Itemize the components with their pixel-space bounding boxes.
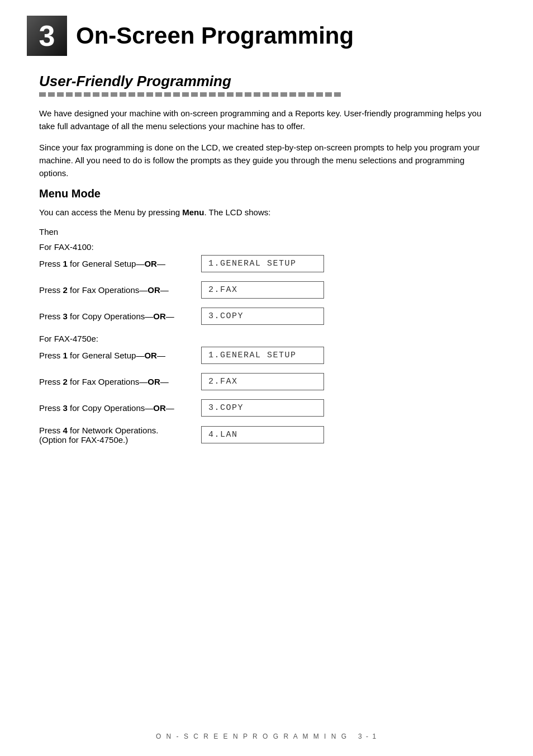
fax4100-row-3: Press 3 for Copy Operations—OR— 3.COPY [39, 308, 494, 325]
lcd-display-fax4750-2: 2.FAX [201, 373, 324, 390]
lcd-display-fax4750-3: 3.COPY [201, 399, 324, 417]
divider-sq [316, 92, 323, 97]
divider-sq [93, 92, 99, 97]
divider-sq [57, 92, 64, 97]
menu-mode-section: Menu Mode You can access the Menu by pre… [39, 187, 494, 444]
fax4100-label: For FAX-4100: [39, 242, 494, 252]
lcd-display-fax4100-2: 2.FAX [201, 281, 324, 299]
body-paragraph-1: We have designed your machine with on-sc… [39, 107, 494, 133]
divider-sq [102, 92, 108, 97]
divider-sq [325, 92, 332, 97]
divider-sq [111, 92, 117, 97]
divider-sq [182, 92, 189, 97]
press-label-fax4750-1: Press 1 for General Setup—OR— [39, 351, 201, 360]
divider-sq [75, 92, 82, 97]
lcd-display-fax4100-1: 1.GENERAL SETUP [201, 255, 324, 272]
then-label: Then [39, 227, 494, 237]
divider-sq [66, 92, 73, 97]
divider-sq [191, 92, 198, 97]
menu-mode-title: Menu Mode [39, 187, 494, 200]
press-label-fax4100-3: Press 3 for Copy Operations—OR— [39, 311, 201, 321]
divider-sq [48, 92, 55, 97]
divider-sq [245, 92, 251, 97]
fax4750-row-4: Press 4 for Network Operations.(Option f… [39, 426, 494, 445]
divider-sq [289, 92, 296, 97]
section-divider [39, 92, 494, 97]
fax4100-row-2: Press 2 for Fax Operations—OR— 2.FAX [39, 281, 494, 299]
chapter-number: 3 [39, 19, 55, 53]
divider-sq [137, 92, 144, 97]
divider-sq [173, 92, 180, 97]
divider-sq [200, 92, 207, 97]
section-title: User-Friendly Programming [39, 73, 494, 90]
divider-sq [280, 92, 287, 97]
press-label-fax4750-2: Press 2 for Fax Operations—OR— [39, 377, 201, 386]
fax4750-label: For FAX-4750e: [39, 334, 494, 343]
page-footer: O N - S C R E E N P R O G R A M M I N G … [0, 733, 533, 740]
fax4750-row-2: Press 2 for Fax Operations—OR— 2.FAX [39, 373, 494, 390]
divider-sq [236, 92, 242, 97]
press-label-fax4750-3: Press 3 for Copy Operations—OR— [39, 403, 201, 413]
press-label-fax4100-1: Press 1 for General Setup—OR— [39, 259, 201, 268]
footer-page: 3 - 1 [358, 733, 377, 740]
lcd-display-fax4750-1: 1.GENERAL SETUP [201, 347, 324, 364]
chapter-title: On-Screen Programming [76, 22, 354, 49]
divider-sq [209, 92, 216, 97]
lcd-display-fax4100-3: 3.COPY [201, 308, 324, 325]
press-label-fax4100-2: Press 2 for Fax Operations—OR— [39, 285, 201, 295]
press-label-fax4750-4: Press 4 for Network Operations.(Option f… [39, 426, 201, 445]
divider-sq [227, 92, 234, 97]
fax4750-row-3: Press 3 for Copy Operations—OR— 3.COPY [39, 399, 494, 417]
lcd-display-fax4750-4: 4.LAN [201, 426, 324, 443]
menu-mode-intro: You can access the Menu by pressing Menu… [39, 206, 494, 219]
divider-sq [272, 92, 278, 97]
divider-sq [254, 92, 260, 97]
fax4750-row-1: Press 1 for General Setup—OR— 1.GENERAL … [39, 347, 494, 364]
divider-sq [120, 92, 126, 97]
fax4100-row-1: Press 1 for General Setup—OR— 1.GENERAL … [39, 255, 494, 272]
divider-sq [164, 92, 171, 97]
divider-sq [84, 92, 91, 97]
footer-text: O N - S C R E E N P R O G R A M M I N G [156, 733, 348, 740]
body-paragraph-2: Since your fax programming is done on th… [39, 141, 494, 180]
divider-sq [298, 92, 305, 97]
divider-sq [334, 92, 341, 97]
divider-sq [129, 92, 135, 97]
divider-sq [307, 92, 314, 97]
chapter-header: 3 On-Screen Programming [0, 0, 533, 56]
divider-sq [146, 92, 153, 97]
divider-sq [39, 92, 46, 97]
content-area: User-Friendly Programming [0, 73, 533, 445]
divider-sq [263, 92, 269, 97]
divider-sq [218, 92, 225, 97]
chapter-number-box: 3 [27, 16, 67, 56]
divider-sq [155, 92, 162, 97]
